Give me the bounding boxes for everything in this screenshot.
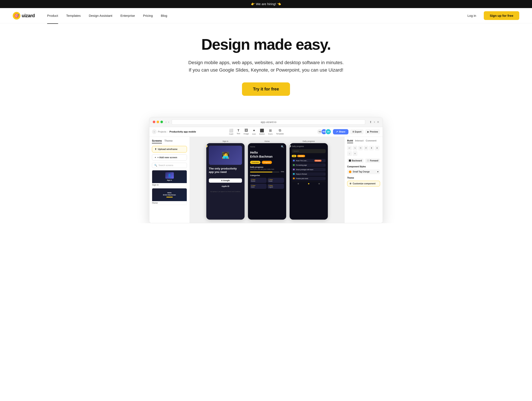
toolbar-button[interactable]: ⬛ Button [259,129,265,135]
nav-forward-icon[interactable]: › [168,120,169,124]
nav-item-blog[interactable]: Blog [157,12,171,19]
screen-thumb-home[interactable]: HelloErlich Bachman Home [152,188,187,205]
app-main-row: Screens Theme ⬆ Upload wireframe + + Add… [149,137,383,223]
task-landing[interactable]: Fix landing page › [292,163,326,167]
add-screen-button[interactable]: + + Add new screen [152,154,187,161]
toolbar-form[interactable]: ⊞ Form [268,129,272,135]
customize-button[interactable]: ⚙ Customize component [347,181,380,187]
browser-action-1[interactable]: ⬆ [369,120,372,124]
category-goals[interactable]: 2 New Goals [267,178,284,183]
signup-button[interactable]: Sign up for free [484,11,519,20]
category-work[interactable]: 9 New Work [250,184,267,189]
daily-screen-content: Daily progress Search All Weekly Read 'T… [290,143,328,188]
dot-maximize[interactable] [160,121,163,123]
nav-item-templates[interactable]: Templates [63,12,85,19]
backward-button[interactable]: Backward [347,158,363,163]
panel-tab-interact[interactable]: Interact [355,139,364,143]
style-option-label: Small Tag Orange [353,170,376,173]
category-books[interactable]: 5 New Books [250,178,267,183]
nav-item-enterprise[interactable]: Enterprise [117,12,139,19]
apple-signin-button[interactable]: Apple ID [209,184,242,188]
sidebar-tab-theme[interactable]: Theme [165,139,173,143]
toolbar-image[interactable]: 🖼 Image [243,129,249,135]
browser-nav: ‹ › [165,120,169,124]
forward-button[interactable]: Forward [365,158,380,163]
tool-redo[interactable]: ↪ [353,146,357,150]
search-screens[interactable]: 🔍 Search screens [152,163,187,168]
search-bar-daily[interactable]: Search [292,149,326,153]
tab-overview[interactable]: Overview [250,161,260,164]
mobile-frame-daily[interactable]: Daily progress Search All Weekly Read 'T… [290,143,328,220]
toolbar-text[interactable]: T Text [237,129,240,135]
category-urgent[interactable]: 5 New Urgent [267,184,284,189]
screen-thumb-signin[interactable]: 👤 Sign in Sign in [152,170,187,187]
share-button[interactable]: ↗ Share [333,129,348,134]
task-text-lean: Read 'The Lean... [296,160,308,161]
sidebar-tab-screens[interactable]: Screens [152,139,162,143]
tool-move-down[interactable]: ⬇ [375,146,380,150]
google-signin-button[interactable]: G Google [209,178,242,183]
panel-tab-comment[interactable]: Comment [366,139,376,143]
nav-back-icon[interactable]: ‹ [165,120,167,124]
nav-active-dot[interactable] [308,183,309,184]
icon-icon: ✦ [253,129,255,132]
mobile-frame-home[interactable]: Home 🔍 HelloErlich Bachman Overview Prog… [248,143,286,220]
export-button[interactable]: ⬇ Export [350,129,364,134]
task-lean[interactable]: Read 'The Lean... Rizwan › [292,159,326,163]
task-arrow-prototype: › [324,169,324,170]
task-text-richard: Reply to Richard [296,173,307,175]
canvas-screen-home: Home Home 🔍 HelloErlich Bachman Overview [248,140,286,220]
breadcrumb-projects[interactable]: Projects [158,130,166,133]
nav-item-product[interactable]: Product [43,12,62,19]
tab-progress[interactable]: Progress [262,161,272,164]
filter-weekly[interactable]: Weekly [297,155,305,157]
nav-item-design-assistant[interactable]: Design Assistant [85,12,116,19]
button-icon: ⬛ [260,129,264,132]
home-thumbnail: HelloErlich Bachman [152,188,187,201]
nav-item-pricing[interactable]: Pricing [139,12,157,19]
progress-bar [250,172,279,172]
tool-undo[interactable]: ↩ [347,146,352,150]
preview-button[interactable]: ▶ Preview [365,129,380,134]
task-prototype[interactable]: Share prototype with team › [292,168,326,171]
nav-home-dot[interactable] [298,183,299,184]
progress-fill [250,172,272,172]
login-button[interactable]: Log in [463,12,480,19]
breadcrumb: ‹ Projects / Productivity app mobile [152,129,196,134]
nav-other-dot[interactable] [318,183,320,184]
tool-grid[interactable]: ≡ [353,151,357,156]
task-richard[interactable]: Reply to Richard › [292,172,326,176]
tool-move-up[interactable]: ⬆ [369,146,374,150]
card-icon: ⬜ [229,129,233,132]
breadcrumb-back-button[interactable]: ‹ [152,129,157,134]
home-label: Home [250,146,255,148]
filter-all[interactable]: All [292,155,296,157]
cta-button[interactable]: Try it for free [242,82,290,96]
tool-rotate-left[interactable]: ⟲ [358,146,363,150]
browser-action-3[interactable]: ✕ [377,120,379,124]
home-search-icon[interactable]: 🔍 [281,145,284,148]
logo[interactable]: 🎯 uizard [13,12,35,19]
backward-label: Backward [352,159,362,162]
browser-url[interactable]: app.uizard.io [172,119,365,125]
task-pitch[interactable]: Finalize pitch deck › [292,177,326,180]
share-icon: ↗ [336,130,338,133]
browser-action-2[interactable]: + [374,120,375,124]
dot-close[interactable] [153,121,155,123]
mobile-frame-signin[interactable]: 🧑‍💻 The only productivity app you need G… [206,143,245,220]
hero-subtitle-line2: If you can use Google Slides, Keynote, o… [189,67,343,73]
tool-rotate-right[interactable]: ⟳ [364,146,368,150]
tool-align[interactable]: ↕ [347,151,352,156]
toolbar-card[interactable]: ⬜ Card [229,129,233,135]
add-screen-label: + Add new screen [157,156,177,159]
task-dot-prototype [293,169,295,170]
export-icon: ⬇ [352,131,354,133]
panel-tab-build[interactable]: Build [347,139,353,143]
rizwan-tag: Rizwan [314,160,322,162]
toolbar-icon[interactable]: ✦ Icon [252,129,256,135]
dot-minimize[interactable] [157,121,159,123]
toolbar-template[interactable]: ⧉ Template [276,129,284,135]
search-icon: 🔍 [154,164,157,167]
style-dropdown[interactable]: Small Tag Orange ▾ [347,169,380,174]
upload-wireframe-button[interactable]: ⬆ Upload wireframe [152,146,187,152]
